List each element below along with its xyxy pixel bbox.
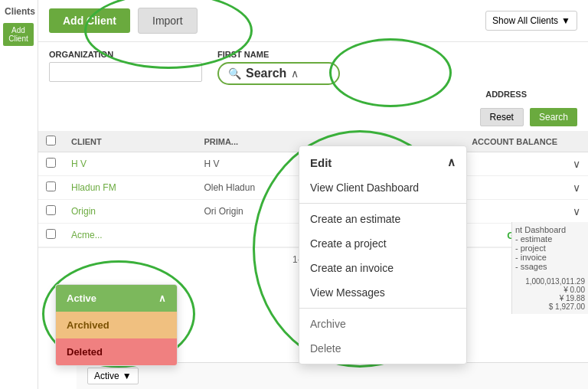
firstname-filter-group: FIRST NAME 🔍 Search ∧ [217, 50, 340, 85]
sidebar-add-client-button[interactable]: Add Client [3, 23, 34, 46]
context-menu-header: Edit ∧ [299, 149, 466, 175]
context-menu-divider-2 [299, 308, 466, 309]
context-delete-item[interactable]: Delete [299, 336, 466, 361]
right-panel: nt Dashboard - estimate - project - invo… [511, 222, 588, 314]
sidebar-title: Clients [0, 0, 38, 20]
right-panel-balance2: ¥ 0.00 [515, 286, 585, 294]
org-filter-group: ORGANIZATION [49, 50, 202, 82]
context-create-estimate-item[interactable]: Create an estimate [299, 207, 466, 231]
client-name[interactable]: Acme... [64, 224, 196, 247]
show-all-clients-dropdown[interactable]: Show All Clients ▼ [485, 11, 577, 31]
select-all-checkbox[interactable] [46, 136, 56, 145]
context-edit-label: Edit [310, 156, 332, 169]
right-panel-messages: - ssages [515, 262, 585, 271]
right-panel-invoice: - invoice [515, 253, 585, 262]
status-deleted-label: Deleted [67, 346, 103, 358]
client-name[interactable]: Origin [64, 200, 196, 224]
status-active-label: Active [67, 293, 96, 304]
context-create-project-item[interactable]: Create a project [299, 231, 466, 256]
context-menu: Edit ∧ View Client Dashboard Create an e… [299, 145, 467, 364]
org-filter-input[interactable] [49, 62, 202, 82]
active-label: Active [94, 371, 119, 381]
status-archived-label: Archived [67, 319, 109, 331]
chevron-up-icon: ∧ [291, 67, 299, 80]
status-archived-item[interactable]: Archived [56, 312, 177, 338]
chevron-down-icon: ▼ [561, 15, 570, 26]
client-name[interactable]: H V [64, 152, 196, 176]
search-bar-container: 🔍 Search ∧ [217, 62, 340, 85]
row-checkbox[interactable] [46, 205, 56, 215]
right-panel-project: - project [515, 244, 585, 253]
client-name[interactable]: Hladun FM [64, 176, 196, 200]
row-expand-icon[interactable]: ∨ [565, 176, 588, 200]
action-row: Reset Search [38, 103, 588, 131]
chevron-up-icon: ∧ [158, 293, 166, 304]
filter-row: ORGANIZATION FIRST NAME 🔍 Search ∧ [38, 42, 588, 85]
address-label: ADDRESS [485, 90, 527, 99]
right-panel-balance3: ¥ 19.88 [515, 294, 585, 302]
search-icon: 🔍 [228, 67, 241, 80]
firstname-filter-label: FIRST NAME [217, 50, 340, 59]
right-panel-balance4: $ 1,927.00 [515, 302, 585, 311]
status-deleted-item[interactable]: Deleted [56, 338, 177, 365]
context-archive-item[interactable]: Archive [299, 312, 466, 336]
row-expand-icon[interactable]: ∨ [565, 152, 588, 176]
context-create-invoice-item[interactable]: Create an invoice [299, 256, 466, 280]
right-panel-balance1: 1,000,013,011.29 [515, 277, 585, 286]
org-filter-label: ORGANIZATION [49, 50, 202, 59]
context-view-dashboard-item[interactable]: View Client Dashboard [299, 175, 466, 200]
search-label: Search [246, 67, 286, 80]
chevron-down-icon: ▼ [122, 371, 132, 381]
row-checkbox[interactable] [46, 158, 56, 168]
add-client-button[interactable]: Add Client [49, 8, 130, 33]
status-dropdown: Active ∧ Archived Deleted [55, 284, 178, 366]
sidebar: Clients Add Client [0, 0, 38, 389]
col-header-client: CLIENT [64, 131, 196, 152]
context-view-messages-item[interactable]: View Messages [299, 280, 466, 305]
row-checkbox[interactable] [46, 229, 56, 239]
search-button[interactable]: Search [530, 108, 577, 126]
context-chevron-up-icon: ∧ [447, 155, 456, 169]
import-button[interactable]: Import [138, 8, 198, 34]
right-panel-dashboard: nt Dashboard [515, 225, 585, 234]
status-active-item[interactable]: Active ∧ [56, 285, 177, 312]
context-menu-divider-1 [299, 203, 466, 204]
row-expand-icon[interactable]: ∨ [565, 200, 588, 224]
reset-button[interactable]: Reset [480, 108, 524, 126]
top-toolbar: Add Client Import Show All Clients ▼ [38, 0, 588, 42]
status-filter-dropdown[interactable]: Active ▼ [87, 368, 139, 384]
show-all-clients-label: Show All Clients [492, 15, 558, 26]
bottom-bar: Active ▼ [77, 362, 588, 389]
row-checkbox[interactable] [46, 181, 56, 191]
right-panel-estimate: - estimate [515, 234, 585, 244]
